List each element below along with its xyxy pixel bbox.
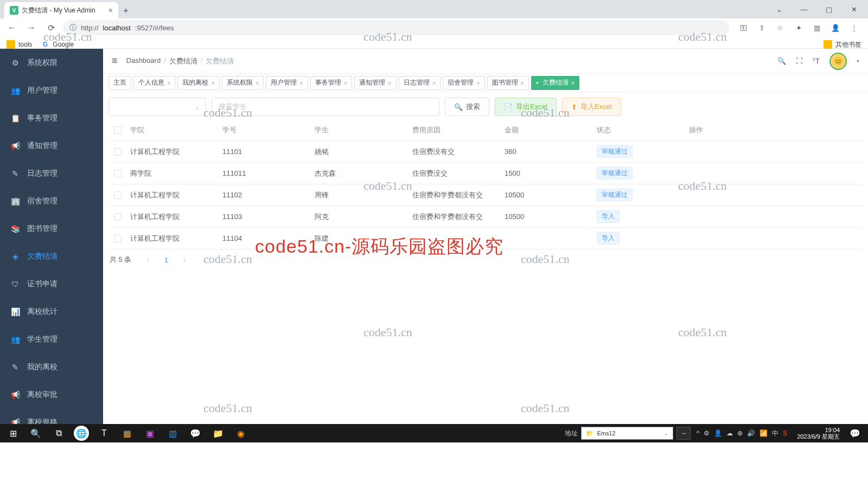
close-icon[interactable]: × <box>344 80 347 86</box>
select-all-checkbox[interactable] <box>114 126 122 134</box>
puzzle-icon[interactable]: ✦ <box>792 24 805 32</box>
taskbar-go-button[interactable]: → <box>676 427 691 440</box>
view-tab[interactable]: 日志管理× <box>399 76 441 90</box>
chevron-down-icon[interactable]: ⌄ <box>767 0 791 18</box>
maximize-icon[interactable]: ▢ <box>817 0 841 18</box>
avatar[interactable]: 😊 <box>829 53 847 70</box>
view-tab[interactable]: 通知管理× <box>354 76 396 90</box>
view-tab[interactable]: 图书管理× <box>487 76 529 90</box>
chevron-down-icon[interactable]: ▾ <box>857 58 859 64</box>
close-icon[interactable]: × <box>521 80 524 86</box>
close-icon[interactable]: × <box>571 80 575 86</box>
sidebar-item[interactable]: ✎日志管理 <box>0 159 103 187</box>
taskbar-search-input[interactable]: 📁 Ems12⌄ <box>581 427 673 440</box>
app-icon[interactable]: ▣ <box>139 424 161 442</box>
view-tab[interactable]: 系统权限× <box>222 76 264 90</box>
search-input[interactable]: 搜索学生 <box>212 98 439 116</box>
sidebar-item[interactable]: 📢通知管理 <box>0 132 103 159</box>
import-excel-button[interactable]: ⬆导入Excel <box>562 98 621 116</box>
new-tab-button[interactable]: + <box>118 3 133 18</box>
chevron-up-icon[interactable]: ^ <box>696 429 699 437</box>
explorer-icon[interactable]: 📁 <box>207 424 229 442</box>
sidebar-item[interactable]: 📊离校统计 <box>0 298 103 325</box>
sidebar-item[interactable]: 👥学生管理 <box>0 325 103 353</box>
college-select[interactable]: ⌄ <box>108 98 206 116</box>
crumb-root[interactable]: Dashboard <box>126 56 161 66</box>
row-checkbox[interactable] <box>114 235 122 242</box>
prev-page[interactable]: ‹ <box>142 256 153 264</box>
app-icon[interactable]: ▦ <box>116 424 138 442</box>
profile-icon[interactable]: 👤 <box>829 24 842 32</box>
export-excel-button[interactable]: 📄导出Excel <box>495 98 557 116</box>
sidebar-item[interactable]: 📢离校资格 <box>0 408 103 424</box>
sidebar-item[interactable]: 📋事务管理 <box>0 104 103 132</box>
app-icon[interactable]: ◉ <box>230 424 252 442</box>
close-window-icon[interactable]: ✕ <box>842 0 866 18</box>
sidebar-item[interactable]: 👥用户管理 <box>0 76 103 104</box>
close-icon[interactable]: × <box>167 80 170 86</box>
font-size-icon[interactable]: ᵀT <box>813 57 820 65</box>
bookmark-other[interactable]: 其他书签 <box>824 40 861 49</box>
row-checkbox[interactable] <box>114 170 122 177</box>
close-icon[interactable]: × <box>108 6 113 15</box>
back-icon[interactable]: ← <box>4 20 20 35</box>
crumb-mid[interactable]: 欠费结清 <box>169 56 197 66</box>
close-icon[interactable]: × <box>299 80 303 86</box>
sidebar-item[interactable]: ⚙系统权限 <box>0 49 103 76</box>
view-tab[interactable]: 用户管理× <box>266 76 308 90</box>
start-button[interactable]: ⊞ <box>2 424 24 442</box>
clock[interactable]: 19:04 2023/6/9 星期五 <box>793 427 844 440</box>
menu-icon[interactable]: ⋮ <box>847 24 860 32</box>
tray-icon[interactable]: ⊕ <box>737 429 743 437</box>
forward-icon[interactable]: → <box>24 20 39 35</box>
status-badge[interactable]: 审核通过 <box>597 145 633 158</box>
tray-icon[interactable]: ⚙ <box>704 429 710 437</box>
sidebar-item[interactable]: ◈欠费结清 <box>0 242 103 270</box>
tray-icon[interactable]: 中 <box>772 429 778 438</box>
reading-list-icon[interactable]: ▥ <box>810 24 824 32</box>
star-icon[interactable]: ☆ <box>774 24 787 32</box>
status-badge[interactable]: 导入 <box>597 210 620 223</box>
task-view-icon[interactable]: ⧉ <box>48 424 69 442</box>
share-icon[interactable]: ⇪ <box>755 24 768 32</box>
view-tab[interactable]: 宿舍管理× <box>443 76 484 90</box>
sidebar-item[interactable]: ✎我的离校 <box>0 353 103 381</box>
reload-icon[interactable]: ⟳ <box>43 20 59 35</box>
fullscreen-icon[interactable]: ⛶ <box>796 57 803 65</box>
next-page[interactable]: › <box>179 256 190 264</box>
status-badge[interactable]: 审核通过 <box>597 189 633 201</box>
search-button[interactable]: 🔍搜索 <box>445 98 489 116</box>
hamburger-icon[interactable]: ≡ <box>112 55 118 67</box>
status-badge[interactable]: 导入 <box>597 232 620 245</box>
sidebar-item[interactable]: 🏢宿舍管理 <box>0 187 103 215</box>
sidebar-item[interactable]: 🛡证书申请 <box>0 270 103 298</box>
close-icon[interactable]: × <box>211 80 214 86</box>
view-tab[interactable]: 欠费结清× <box>531 76 579 90</box>
search-icon[interactable]: 🔍 <box>25 424 47 442</box>
volume-icon[interactable]: 🔊 <box>747 429 755 437</box>
row-checkbox[interactable] <box>114 213 122 221</box>
row-checkbox[interactable] <box>114 148 122 156</box>
close-icon[interactable]: × <box>476 80 480 86</box>
view-tab[interactable]: 我的离校× <box>177 76 219 90</box>
url-input[interactable]: ⓘ http://localhost:9527/#/fees <box>63 20 729 35</box>
wechat-icon[interactable]: 💬 <box>184 424 206 442</box>
close-icon[interactable]: × <box>388 80 391 86</box>
app-icon[interactable]: ▥ <box>162 424 183 442</box>
tray-icon[interactable]: 👤 <box>714 429 722 437</box>
bookmark-google[interactable]: GGoogle <box>41 40 74 49</box>
close-icon[interactable]: × <box>256 80 259 86</box>
row-checkbox[interactable] <box>114 191 122 199</box>
view-tab[interactable]: 个人信息× <box>133 76 175 90</box>
close-icon[interactable]: × <box>432 80 436 86</box>
view-tab[interactable]: 事务管理× <box>310 76 352 90</box>
current-page[interactable]: 1 <box>164 256 168 264</box>
tray-icon[interactable]: S <box>783 429 787 437</box>
key-icon[interactable]: ⚿ <box>737 24 750 32</box>
chrome-icon[interactable]: 🌐 <box>74 426 89 441</box>
status-badge[interactable]: 审核通过 <box>597 167 633 179</box>
bookmark-tools[interactable]: tools <box>7 40 32 49</box>
sidebar-item[interactable]: 📢离校审批 <box>0 381 103 408</box>
minimize-icon[interactable]: — <box>792 0 816 18</box>
sidebar-item[interactable]: 📚图书管理 <box>0 215 103 242</box>
